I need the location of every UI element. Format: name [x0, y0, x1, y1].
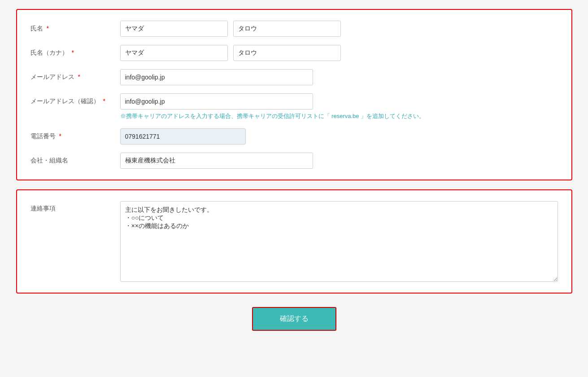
first-name-kana-input[interactable]: [233, 45, 341, 61]
phone-required-mark: *: [59, 132, 61, 140]
contact-textarea[interactable]: 主に以下をお聞きしたいです。 ・○○について ・××の機能はあるのか: [120, 201, 558, 282]
name-required-mark: *: [46, 25, 48, 32]
email-input[interactable]: [120, 69, 313, 85]
last-name-kana-input[interactable]: [120, 45, 228, 61]
company-row: 会社・組織名: [30, 153, 558, 169]
phone-input[interactable]: [120, 128, 246, 145]
submit-button[interactable]: 確認する: [252, 307, 336, 331]
contact-label: 連絡事項: [30, 201, 120, 213]
name-kana-label: 氏名（カナ） *: [30, 45, 120, 57]
phone-fields: [120, 128, 558, 145]
company-input[interactable]: [120, 153, 313, 169]
first-name-input[interactable]: [233, 21, 341, 37]
name-label: 氏名 *: [30, 21, 120, 33]
email-wrapper: [120, 69, 558, 85]
phone-label: 電話番号 *: [30, 128, 120, 141]
company-fields: [120, 153, 558, 169]
contact-section: 連絡事項 主に以下をお聞きしたいです。 ・○○について ・××の機能はあるのか: [16, 189, 572, 294]
last-name-input[interactable]: [120, 21, 228, 37]
email-note: ※携帯キャリアのアドレスを入力する場合、携帯キャリアの受信許可リストに「 res…: [120, 112, 558, 120]
email-row: メールアドレス *: [30, 69, 558, 85]
phone-row: 電話番号 *: [30, 128, 558, 145]
personal-info-section: 氏名 * 氏名（カナ） * メールアドレス *: [16, 9, 572, 180]
button-row: 確認する: [16, 307, 572, 344]
name-kana-row: 氏名（カナ） *: [30, 45, 558, 61]
email-confirm-label: メールアドレス（確認） *: [30, 93, 120, 106]
company-label: 会社・組織名: [30, 153, 120, 165]
email-required-mark: *: [78, 73, 80, 80]
email-confirm-input[interactable]: [120, 93, 313, 110]
email-confirm-wrapper: ※携帯キャリアのアドレスを入力する場合、携帯キャリアの受信許可リストに「 res…: [120, 93, 558, 120]
email-confirm-required-mark: *: [103, 97, 105, 105]
page-container: 氏名 * 氏名（カナ） * メールアドレス *: [16, 9, 572, 344]
contact-row: 連絡事項 主に以下をお聞きしたいです。 ・○○について ・××の機能はあるのか: [30, 201, 558, 282]
name-row: 氏名 *: [30, 21, 558, 37]
email-label: メールアドレス *: [30, 69, 120, 82]
email-confirm-row: メールアドレス（確認） * ※携帯キャリアのアドレスを入力する場合、携帯キャリア…: [30, 93, 558, 120]
name-kana-required-mark: *: [71, 49, 74, 56]
name-fields: [120, 21, 558, 37]
name-kana-fields: [120, 45, 558, 61]
